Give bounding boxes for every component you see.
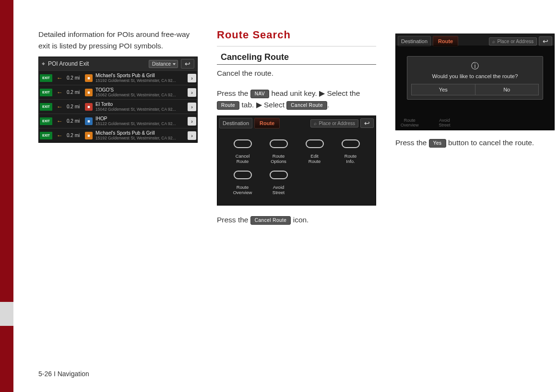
poi-screen-title: POI Around Exit	[48, 60, 146, 67]
route-item-label: Route Info.	[334, 153, 367, 164]
poi-address: 15122 Goldenwest St, Westminster, CA 92.…	[95, 121, 188, 126]
route-menu-item[interactable]: Edit Route	[298, 136, 331, 164]
cancel-route-key: Cancel Route	[286, 101, 327, 110]
ghost-route-overview: Route Overview	[401, 118, 419, 128]
press-yes-text: Press the Yes button to cancel the route…	[395, 137, 555, 149]
pin-icon: ⌖	[42, 60, 45, 67]
distance-dropdown[interactable]: Distance	[149, 60, 178, 68]
sidebar-accent	[0, 0, 13, 302]
ghost-avoid-street: Avoid Street	[439, 118, 451, 128]
svg-rect-5	[270, 171, 287, 179]
tab-route[interactable]: Route	[433, 36, 458, 46]
route-item-icon	[340, 136, 361, 151]
tab-route[interactable]: Route	[254, 118, 280, 128]
chevron-right-icon[interactable]: ›	[188, 103, 196, 111]
yes-button[interactable]: Yes	[411, 84, 475, 95]
back-button[interactable]: ↩	[360, 118, 374, 128]
search-icon: ⌕	[492, 39, 495, 44]
route-item-label: Edit Route	[298, 153, 331, 164]
poi-address: 15062 Goldenwest St, Westminster, CA 92.…	[95, 92, 188, 97]
route-menu-item[interactable]: Route Info.	[334, 136, 367, 164]
route-item-label: Avoid Street	[262, 184, 295, 196]
category-icon: ■	[85, 74, 93, 82]
category-icon: ■	[85, 132, 93, 139]
back-button[interactable]: ↩	[539, 36, 552, 46]
poi-name: El Torito	[95, 102, 188, 107]
route-item-label: Cancel Route	[226, 153, 259, 164]
nav-key: NAV	[250, 90, 269, 98]
route-menu-item[interactable]: Route Overview	[226, 167, 259, 196]
category-icon: ■	[85, 89, 93, 96]
direction-arrow-icon: ←	[52, 89, 67, 96]
distance-value: 0.2 mi	[67, 104, 85, 109]
distance-value: 0.2 mi	[67, 90, 85, 95]
distance-value: 0.2 mi	[67, 75, 85, 81]
cancel-route-key: Cancel Route	[250, 216, 291, 225]
chevron-right-icon[interactable]: ›	[188, 88, 196, 97]
route-item-icon	[268, 167, 289, 183]
no-button[interactable]: No	[475, 84, 539, 95]
press-cancel-route-icon: Press the Cancel Route icon.	[217, 214, 376, 226]
exit-badge: EXIT	[40, 103, 52, 111]
direction-arrow-icon: ←	[52, 103, 67, 110]
search-icon: ⌕	[314, 121, 317, 126]
question-icon: ⓘ	[411, 61, 539, 71]
svg-rect-4	[234, 171, 251, 179]
route-menu-screenshot: Destination Route ⌕ Place or Address ↩ C…	[217, 115, 376, 206]
svg-rect-3	[342, 140, 359, 148]
poi-row[interactable]: EXIT←0.2 mi■TOGO'S15062 Goldenwest St, W…	[39, 85, 197, 99]
dialog-message: Would you like to cancel the route?	[411, 73, 539, 79]
route-menu-item[interactable]: Cancel Route	[226, 136, 259, 164]
chevron-right-icon[interactable]: ›	[188, 117, 196, 126]
cancel-route-dialog-screenshot: Destination Route ⌕ Place or Address ↩ ⓘ…	[395, 34, 555, 130]
poi-address: 15042 Goldenwest St, Westminster, CA 92.…	[95, 107, 188, 112]
poi-name: IHOP	[95, 116, 188, 121]
distance-value: 0.2 mi	[67, 118, 85, 124]
tab-destination[interactable]: Destination	[219, 118, 252, 128]
poi-row[interactable]: EXIT←0.2 mi■Michael's Sports Pub & Grill…	[39, 128, 197, 142]
chevron-right-icon[interactable]: ›	[188, 131, 196, 140]
direction-arrow-icon: ←	[52, 74, 67, 81]
route-item-icon	[232, 167, 253, 183]
poi-name: Michael's Sports Pub & Grill	[95, 130, 188, 136]
poi-address: 15192 Goldenwest St, Westminster, CA 92.…	[95, 136, 188, 140]
poi-row[interactable]: EXIT←0.2 mi■Michael's Sports Pub & Grill…	[39, 70, 197, 85]
route-menu-item[interactable]: Route Options	[262, 136, 295, 164]
search-box[interactable]: ⌕ Place or Address	[489, 37, 537, 46]
exit-badge: EXIT	[40, 89, 52, 96]
back-button[interactable]: ↩	[181, 59, 194, 69]
poi-intro-text: Detailed information for POIs around fre…	[38, 29, 198, 52]
svg-rect-0	[234, 140, 251, 148]
poi-address: 15192 Goldenwest St, Westminster, CA 92.…	[95, 78, 188, 83]
exit-badge: EXIT	[40, 74, 52, 82]
poi-name: Michael's Sports Pub & Grill	[95, 73, 188, 78]
svg-rect-2	[306, 140, 323, 148]
poi-row[interactable]: EXIT←0.2 mi■El Torito15042 Goldenwest St…	[39, 99, 197, 114]
direction-arrow-icon: ←	[52, 132, 67, 139]
direction-arrow-icon: ←	[52, 117, 67, 125]
route-item-label: Route Overview	[226, 184, 259, 196]
category-icon: ■	[85, 103, 93, 111]
poi-around-exit-screenshot: ⌖ POI Around Exit Distance ↩ EXIT←0.2 mi…	[38, 57, 198, 143]
route-menu-item[interactable]: Avoid Street	[262, 167, 295, 196]
cancel-route-text: Cancel the route.	[217, 68, 376, 79]
tab-destination[interactable]: Destination	[398, 36, 431, 46]
confirm-dialog: ⓘ Would you like to cancel the route? Ye…	[407, 56, 543, 100]
exit-badge: EXIT	[40, 132, 52, 139]
search-box[interactable]: ⌕ Place or Address	[310, 119, 358, 127]
distance-value: 0.2 mi	[67, 133, 85, 138]
poi-row[interactable]: EXIT←0.2 mi■IHOP15122 Goldenwest St, Wes…	[39, 114, 197, 128]
category-icon: ■	[85, 117, 93, 125]
subsection-canceling-route: Canceling Route	[217, 51, 376, 65]
sidebar-accent-gap	[0, 302, 13, 326]
page-footer: 5-26 I Navigation	[38, 370, 89, 378]
yes-key: Yes	[429, 139, 446, 148]
route-item-icon	[304, 136, 325, 151]
svg-rect-1	[270, 140, 287, 148]
route-item-icon	[232, 136, 253, 151]
route-item-icon	[268, 136, 289, 151]
exit-badge: EXIT	[40, 117, 52, 125]
section-title-route-search: Route Search	[217, 29, 376, 46]
chevron-right-icon[interactable]: ›	[188, 74, 196, 82]
poi-name: TOGO'S	[95, 87, 188, 92]
